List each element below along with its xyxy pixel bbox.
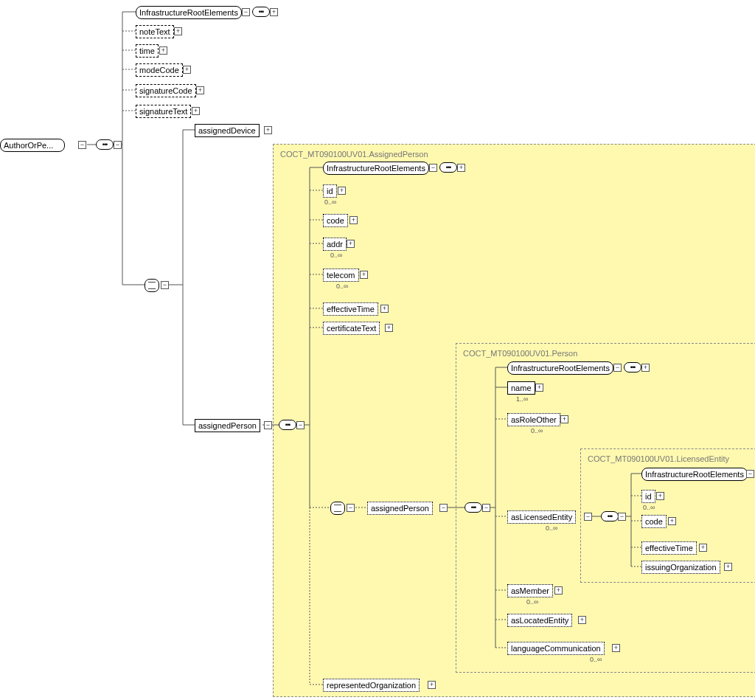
r1-infra[interactable]: InfrastructureRootElements	[323, 162, 429, 175]
r2-asroleother-plus[interactable]: +	[560, 415, 568, 423]
assigned-device-label: assignedDevice	[198, 126, 256, 135]
r2-asmember[interactable]: asMember	[507, 584, 553, 597]
r1-certtext-label: certificateText	[327, 324, 376, 333]
r1-telecom-plus[interactable]: +	[360, 271, 368, 279]
r2-aslocated-plus[interactable]: +	[578, 616, 586, 624]
r3-seq[interactable]: •••	[601, 511, 619, 521]
r2-asroleother[interactable]: asRoleOther	[507, 413, 560, 426]
choice-exp[interactable]: −	[161, 281, 169, 289]
r1-certtext[interactable]: certificateText	[323, 322, 380, 335]
assigned-device[interactable]: assignedDevice	[195, 124, 260, 137]
r2-infra-conn[interactable]: •••	[624, 362, 641, 372]
r3-efftime-plus[interactable]: +	[699, 544, 707, 552]
r3-efftime[interactable]: effectiveTime	[641, 541, 697, 555]
r1-telecom-label: telecom	[327, 271, 355, 280]
r2-name[interactable]: name	[507, 381, 535, 395]
r2-name-plus[interactable]: +	[535, 384, 543, 392]
r1-rep-org[interactable]: representedOrganization	[323, 679, 420, 692]
r3-infra[interactable]: InfrastructureRootElements	[641, 468, 748, 481]
r3-seq-exp[interactable]: −	[618, 513, 626, 521]
r1-infra-plus[interactable]: +	[457, 164, 465, 172]
r2-infra-exp[interactable]: −	[613, 364, 622, 372]
infra-plus[interactable]: +	[270, 8, 278, 16]
r1-id-plus[interactable]: +	[338, 187, 346, 195]
infra-label: InfrastructureRootElements	[139, 8, 238, 17]
sig-text[interactable]: signatureText	[136, 105, 191, 118]
time-plus[interactable]: +	[159, 46, 167, 55]
r3-code-label: code	[645, 517, 663, 526]
infra-root-elements[interactable]: InfrastructureRootElements	[136, 6, 242, 19]
note-text-label: noteText	[139, 27, 170, 36]
infra-conn[interactable]: •••	[252, 7, 270, 17]
r2-aslicensed[interactable]: asLicensedEntity	[507, 510, 576, 524]
r1-seq-exp[interactable]: −	[296, 421, 305, 429]
note-text[interactable]: noteText	[136, 25, 174, 38]
r2-langcomm-plus[interactable]: +	[612, 644, 620, 652]
note-text-plus[interactable]: +	[174, 27, 182, 35]
r2-asmember-label: asMember	[511, 586, 549, 595]
r1-code-plus[interactable]: +	[349, 216, 358, 224]
assigned-person-label: assignedPerson	[198, 421, 257, 430]
time[interactable]: time	[136, 44, 159, 58]
root-node[interactable]: AuthorOrPe...	[0, 139, 65, 152]
r2-asmember-card: 0..∞	[526, 598, 538, 606]
r1-efftime-label: effectiveTime	[327, 305, 375, 313]
r1-addr[interactable]: addr	[323, 238, 347, 251]
r1-choice-exp[interactable]: −	[347, 504, 355, 512]
r1-addr-plus[interactable]: +	[347, 240, 355, 248]
r2-langcomm[interactable]: languageCommunication	[507, 642, 605, 655]
r1-rep-org-plus[interactable]: +	[428, 681, 436, 689]
r1-efftime-plus[interactable]: +	[380, 305, 389, 313]
r1-assigned-person-inner[interactable]: assignedPerson	[367, 502, 433, 515]
assigned-device-plus[interactable]: +	[264, 126, 272, 134]
r3-code-plus[interactable]: +	[668, 517, 676, 525]
r1-id-label: id	[327, 187, 333, 195]
sig-code[interactable]: signatureCode	[136, 84, 196, 97]
r3-id-plus[interactable]: +	[656, 492, 664, 500]
r1-efftime[interactable]: effectiveTime	[323, 302, 378, 316]
r2-seq[interactable]: •••	[465, 502, 482, 513]
r3-infra-exp[interactable]: −	[746, 470, 754, 478]
assigned-person[interactable]: assignedPerson	[195, 419, 260, 432]
r2-infra-plus[interactable]: +	[641, 364, 650, 372]
r1-code-label: code	[327, 216, 344, 225]
root-label: AuthorOrPe...	[4, 141, 53, 150]
r1-rep-org-label: representedOrganization	[327, 681, 416, 690]
r1-infra-exp[interactable]: −	[429, 164, 437, 172]
sig-code-plus[interactable]: +	[196, 86, 204, 94]
r2-name-label: name	[511, 384, 532, 392]
r1-infra-conn[interactable]: •••	[439, 162, 457, 173]
r3-id[interactable]: id	[641, 490, 655, 503]
root-seq-expand[interactable]: −	[114, 141, 122, 149]
r2-asmember-plus[interactable]: +	[554, 586, 563, 595]
r3-issuingorg-plus[interactable]: +	[724, 563, 732, 571]
choice-device-person[interactable]	[145, 279, 159, 292]
sig-text-plus[interactable]: +	[192, 107, 200, 115]
root-seq[interactable]: •••	[96, 139, 114, 150]
r2-seq-exp[interactable]: −	[482, 504, 490, 512]
assigned-person-exp[interactable]: −	[264, 421, 272, 429]
root-expand[interactable]: −	[78, 141, 86, 149]
r3-issuingorg[interactable]: issuingOrganization	[641, 561, 720, 574]
r1-id[interactable]: id	[323, 184, 337, 198]
r2-langcomm-card: 0..∞	[590, 656, 602, 663]
r2-aslicensed-exp[interactable]: −	[584, 513, 592, 521]
r2-aslicensed-label: asLicensedEntity	[511, 513, 572, 521]
region-title-3: COCT_MT090100UV01.LicensedEntity	[588, 454, 729, 463]
r1-code[interactable]: code	[323, 214, 348, 227]
r3-id-label: id	[645, 492, 652, 501]
region-title-2: COCT_MT090100UV01.Person	[463, 349, 577, 358]
mode-code-plus[interactable]: +	[183, 66, 191, 74]
r1-choice[interactable]	[330, 502, 345, 515]
r1-telecom[interactable]: telecom	[323, 268, 359, 282]
r2-infra-label: InfrastructureRootElements	[511, 364, 610, 372]
r2-aslocated[interactable]: asLocatedEntity	[507, 614, 572, 627]
r1-certtext-plus[interactable]: +	[385, 324, 393, 332]
r3-code[interactable]: code	[641, 515, 667, 528]
r1-assigned-person-inner-exp[interactable]: −	[439, 504, 448, 512]
r1-seq[interactable]: •••	[279, 420, 296, 430]
infra-exp[interactable]: −	[242, 8, 250, 16]
r2-infra[interactable]: InfrastructureRootElements	[507, 361, 613, 375]
mode-code[interactable]: modeCode	[136, 63, 183, 77]
r1-addr-label: addr	[327, 240, 343, 249]
